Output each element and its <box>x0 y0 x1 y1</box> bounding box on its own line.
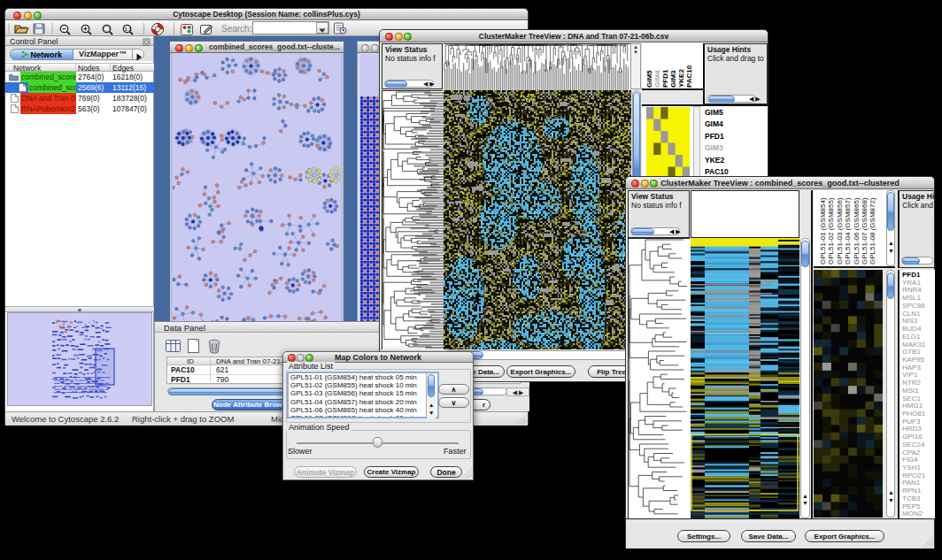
svg-text:1:1: 1:1 <box>125 26 132 31</box>
